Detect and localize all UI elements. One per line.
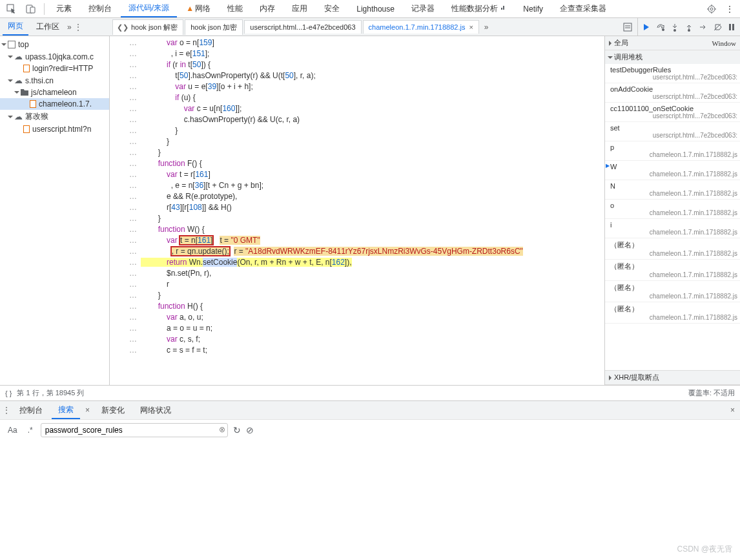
regex-icon[interactable]: .* (25, 424, 36, 436)
debugger-sidepanel: 全局Window 调用堆栈 testDebuggerRulesuserscrip… (604, 36, 740, 385)
svg-rect-16 (729, 24, 731, 30)
tab-console[interactable]: 控制台 (81, 1, 119, 17)
tree-top[interactable]: top (0, 39, 109, 50)
tree-file-login[interactable]: login?redir=HTTP (0, 63, 109, 74)
svg-point-12 (662, 28, 664, 31)
tree-folder-js[interactable]: js/chameleon (0, 87, 109, 98)
tab-lighthouse[interactable]: Lighthouse (349, 2, 402, 16)
tree-domain-2[interactable]: ☁s.thsi.cn (0, 74, 109, 87)
filetab-2[interactable]: hook json 加密 (185, 19, 243, 35)
drawer: ⋮ 控制台 搜索× 新变化 网络状况 × Aa .* ⊗ ↻ ⊘ (0, 400, 740, 440)
file-icon (30, 100, 36, 108)
search-row: Aa .* ⊗ ↻ ⊘ (0, 419, 740, 440)
callstack-frame[interactable]: cc11001100_onSetCookieuserscript.html...… (605, 103, 740, 122)
callstack-frame[interactable]: onAddCookieuserscript.html...7e2bced063: (605, 83, 740, 103)
tree-file-chameleon[interactable]: chameleon.1.7. (0, 98, 109, 110)
callstack-frame[interactable]: ichameleon.1.7.min.1718882.js (605, 219, 740, 238)
svg-rect-9 (624, 23, 632, 31)
callstack-list: testDebuggerRulesuserscript.html...7e2bc… (605, 64, 740, 324)
editor-file-tabs: ❮❯hook json 解密 hook json 加密 userscript.h… (110, 19, 637, 35)
subtab-more-icon[interactable]: » (67, 23, 72, 32)
tab-elements[interactable]: 元素 (48, 1, 79, 17)
tab-network[interactable]: ▲网络 (178, 1, 218, 17)
tab-qcc[interactable]: 企查查采集器 (552, 1, 614, 17)
page-tree: top ☁upass.10jqka.com.c login?redir=HTTP… (0, 36, 110, 385)
svg-point-14 (688, 29, 690, 32)
debugger-toolbar (637, 18, 740, 36)
file-icon (23, 125, 30, 133)
snippet-icon: ❮❯ (118, 23, 127, 32)
callstack-frame[interactable]: （匿名）chameleon.1.7.min.1718882.js (605, 260, 740, 281)
reader-mode-icon[interactable] (623, 23, 632, 32)
callstack-frame[interactable]: （匿名）chameleon.1.7.min.1718882.js (605, 302, 740, 324)
svg-point-13 (673, 29, 676, 32)
close-icon[interactable]: × (469, 23, 473, 31)
search-input[interactable] (41, 423, 228, 437)
tab-memory[interactable]: 内存 (252, 1, 283, 17)
code-editor[interactable]: …………………………………………………………………………… var o = n[… (110, 36, 604, 385)
drawer-tab-changes[interactable]: 新变化 (95, 402, 131, 419)
tree-domain-3[interactable]: ☁篡改猴 (0, 110, 109, 123)
tab-perf-insight[interactable]: 性能数据分析 (444, 1, 514, 17)
format-icon[interactable]: { } (5, 389, 12, 397)
cloud-icon: ☁ (14, 52, 23, 61)
xhr-breakpoints-head[interactable]: XHR/提取断点 (605, 371, 740, 384)
file-icon (23, 65, 30, 72)
drawer-tab-search[interactable]: 搜索 (52, 402, 80, 419)
drawer-menu-icon[interactable]: ⋮ (3, 406, 10, 415)
step-icon[interactable] (699, 23, 708, 32)
tree-domain-1[interactable]: ☁upass.10jqka.com.c (0, 50, 109, 63)
settings-icon[interactable] (703, 1, 721, 17)
callstack-frame[interactable]: testDebuggerRulesuserscript.html...7e2bc… (605, 64, 740, 83)
more-icon[interactable]: ⋮ (722, 2, 737, 16)
close-search-icon[interactable]: × (83, 406, 92, 415)
callstack-head[interactable]: 调用堆栈 (605, 50, 740, 64)
cloud-icon: ☁ (14, 76, 23, 85)
callstack-frame[interactable]: Nchameleon.1.7.min.1718882.js (605, 180, 740, 200)
filetab-1[interactable]: ❮❯hook json 解密 (112, 19, 183, 35)
filetab-overflow-icon[interactable]: » (480, 23, 493, 32)
step-out-icon[interactable] (684, 23, 694, 32)
deactivate-breakpoints-icon[interactable] (713, 23, 722, 32)
svg-rect-17 (732, 24, 734, 30)
tab-performance[interactable]: 性能 (220, 1, 251, 17)
tab-sources[interactable]: 源代码/来源 (121, 0, 177, 17)
pause-exceptions-icon[interactable] (727, 23, 736, 32)
clear-icon[interactable]: ⊗ (219, 425, 225, 434)
drawer-tab-netlog[interactable]: 网络状况 (134, 402, 178, 419)
step-into-icon[interactable] (670, 23, 679, 32)
editor-statusbar: { } 第 1 行，第 18945 列 覆盖率: 不适用 (0, 385, 740, 400)
step-over-icon[interactable] (656, 23, 665, 32)
match-case-icon[interactable]: Aa (5, 424, 20, 436)
callstack-frame[interactable]: （匿名）chameleon.1.7.min.1718882.js (605, 281, 740, 302)
sources-subbar: 网页 工作区 » ⋮ ❮❯hook json 解密 hook json 加密 u… (0, 18, 740, 36)
filetab-4[interactable]: chameleon.1.7.min.1718882.js× (363, 20, 479, 34)
callstack-frame[interactable]: （匿名）chameleon.1.7.min.1718882.js (605, 238, 740, 260)
tab-security[interactable]: 安全 (316, 1, 347, 17)
subtab-workspace[interactable]: 工作区 (31, 19, 65, 35)
tab-netify[interactable]: Netify (515, 2, 551, 16)
scope-global-head[interactable]: 全局Window (605, 36, 740, 50)
tab-recorder[interactable]: 记录器 (404, 1, 442, 17)
filetab-3[interactable]: userscript.html...1-e47e2bced063 (244, 20, 361, 34)
resume-icon[interactable] (642, 23, 651, 32)
tab-application[interactable]: 应用 (284, 1, 315, 17)
devtools-tabbar: 元素 控制台 源代码/来源 ▲网络 性能 内存 应用 安全 Lighthouse… (0, 0, 740, 18)
coverage-label: 覆盖率: 不适用 (688, 388, 735, 398)
callstack-frame[interactable]: ochameleon.1.7.min.1718882.js (605, 200, 740, 219)
window-icon (8, 41, 15, 48)
callstack-frame[interactable]: setuserscript.html...7e2bced063: (605, 122, 740, 141)
device-toggle-icon[interactable] (22, 1, 40, 17)
inspect-icon[interactable] (3, 1, 21, 17)
subtab-menu-icon[interactable]: ⋮ (74, 23, 82, 32)
callstack-frame[interactable]: pchameleon.1.7.min.1718882.js (605, 141, 740, 161)
subtab-page[interactable]: 网页 (3, 18, 28, 36)
tree-file-userscript[interactable]: userscript.html?n (0, 123, 109, 135)
cancel-search-icon[interactable]: ⊘ (246, 425, 254, 435)
gutter: …………………………………………………………………………… (110, 36, 141, 385)
svg-rect-2 (30, 7, 35, 13)
drawer-close-icon[interactable]: × (728, 406, 737, 415)
drawer-tab-console[interactable]: 控制台 (13, 402, 49, 419)
callstack-frame[interactable]: Wchameleon.1.7.min.1718882.js (605, 161, 740, 180)
refresh-icon[interactable]: ↻ (233, 425, 241, 435)
